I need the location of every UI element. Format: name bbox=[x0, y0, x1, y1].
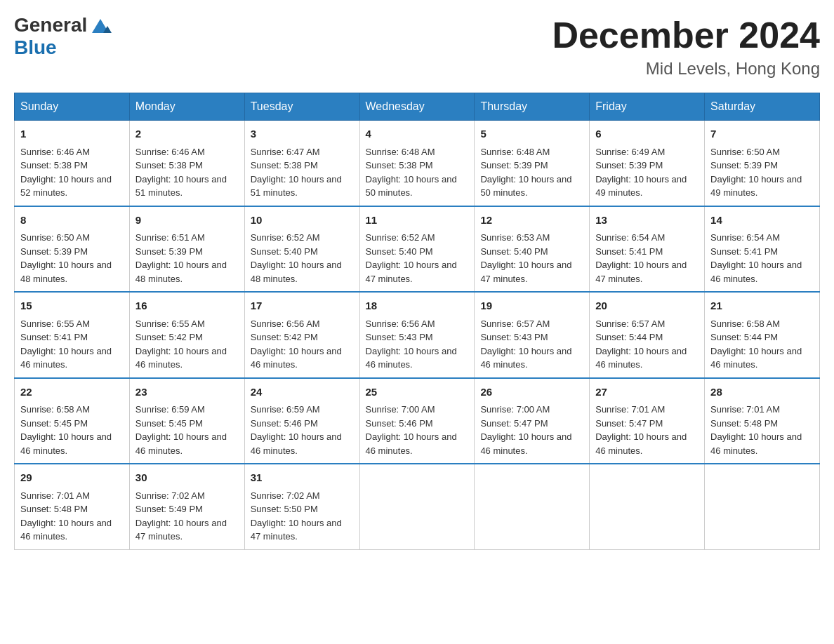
cell-content: 25 Sunrise: 7:00 AM Sunset: 5:46 PM Dayl… bbox=[366, 384, 469, 458]
cell-content: 22 Sunrise: 6:58 AM Sunset: 5:45 PM Dayl… bbox=[20, 384, 124, 458]
cell-content: 5 Sunrise: 6:48 AM Sunset: 5:39 PM Dayli… bbox=[480, 126, 583, 200]
calendar-week-row: 1 Sunrise: 6:46 AM Sunset: 5:38 PM Dayli… bbox=[15, 121, 820, 206]
calendar-cell: 6 Sunrise: 6:49 AM Sunset: 5:39 PM Dayli… bbox=[590, 121, 705, 206]
calendar-cell: 28 Sunrise: 7:01 AM Sunset: 5:48 PM Dayl… bbox=[705, 378, 820, 464]
sunset-label: Sunset: 5:42 PM bbox=[251, 332, 318, 342]
sunset-label: Sunset: 5:39 PM bbox=[135, 246, 203, 257]
cell-content: 24 Sunrise: 6:59 AM Sunset: 5:46 PM Dayl… bbox=[251, 384, 354, 458]
day-number: 20 bbox=[595, 298, 699, 314]
day-number: 6 bbox=[595, 126, 699, 142]
logo-icon bbox=[89, 13, 112, 36]
sunrise-label: Sunrise: 7:00 AM bbox=[480, 404, 550, 415]
day-number: 23 bbox=[135, 384, 239, 401]
day-number: 11 bbox=[366, 213, 469, 229]
cell-content: 19 Sunrise: 6:57 AM Sunset: 5:43 PM Dayl… bbox=[480, 298, 583, 372]
sunset-label: Sunset: 5:41 PM bbox=[20, 332, 88, 342]
cell-content: 23 Sunrise: 6:59 AM Sunset: 5:45 PM Dayl… bbox=[135, 384, 239, 458]
daylight-label: Daylight: 10 hours and 46 minutes. bbox=[251, 431, 342, 456]
cell-content: 31 Sunrise: 7:02 AM Sunset: 5:50 PM Dayl… bbox=[251, 470, 354, 544]
sunset-label: Sunset: 5:46 PM bbox=[366, 418, 433, 429]
sunset-label: Sunset: 5:43 PM bbox=[480, 332, 548, 342]
sunrise-label: Sunrise: 6:54 AM bbox=[595, 232, 665, 243]
cell-content: 7 Sunrise: 6:50 AM Sunset: 5:39 PM Dayli… bbox=[710, 126, 814, 200]
calendar-cell bbox=[359, 464, 475, 549]
weekday-header-row: SundayMondayTuesdayWednesdayThursdayFrid… bbox=[15, 93, 820, 121]
cell-content: 27 Sunrise: 7:01 AM Sunset: 5:47 PM Dayl… bbox=[595, 384, 699, 458]
calendar-cell: 2 Sunrise: 6:46 AM Sunset: 5:38 PM Dayli… bbox=[129, 121, 244, 206]
daylight-label: Daylight: 10 hours and 46 minutes. bbox=[366, 431, 457, 456]
cell-content: 12 Sunrise: 6:53 AM Sunset: 5:40 PM Dayl… bbox=[480, 213, 583, 286]
logo-general-text: General bbox=[14, 14, 87, 36]
calendar-cell: 21 Sunrise: 6:58 AM Sunset: 5:44 PM Dayl… bbox=[705, 292, 820, 378]
calendar-cell: 10 Sunrise: 6:52 AM Sunset: 5:40 PM Dayl… bbox=[244, 206, 359, 293]
cell-content: 8 Sunrise: 6:50 AM Sunset: 5:39 PM Dayli… bbox=[20, 213, 124, 286]
sunset-label: Sunset: 5:46 PM bbox=[251, 418, 318, 429]
daylight-label: Daylight: 10 hours and 52 minutes. bbox=[20, 174, 112, 199]
calendar-cell: 27 Sunrise: 7:01 AM Sunset: 5:47 PM Dayl… bbox=[590, 378, 705, 464]
cell-content: 13 Sunrise: 6:54 AM Sunset: 5:41 PM Dayl… bbox=[595, 213, 699, 286]
sunset-label: Sunset: 5:38 PM bbox=[251, 160, 318, 170]
day-number: 25 bbox=[366, 384, 469, 401]
sunrise-label: Sunrise: 6:50 AM bbox=[710, 147, 780, 157]
logo: General Blue bbox=[14, 14, 112, 59]
calendar-week-row: 8 Sunrise: 6:50 AM Sunset: 5:39 PM Dayli… bbox=[15, 206, 820, 293]
sunset-label: Sunset: 5:48 PM bbox=[20, 504, 88, 514]
weekday-header-monday: Monday bbox=[129, 93, 244, 121]
sunset-label: Sunset: 5:42 PM bbox=[135, 332, 203, 342]
cell-content: 26 Sunrise: 7:00 AM Sunset: 5:47 PM Dayl… bbox=[480, 384, 583, 458]
calendar-cell: 22 Sunrise: 6:58 AM Sunset: 5:45 PM Dayl… bbox=[15, 378, 130, 464]
calendar-cell: 31 Sunrise: 7:02 AM Sunset: 5:50 PM Dayl… bbox=[244, 464, 359, 549]
calendar-cell: 8 Sunrise: 6:50 AM Sunset: 5:39 PM Dayli… bbox=[15, 206, 130, 293]
cell-content: 28 Sunrise: 7:01 AM Sunset: 5:48 PM Dayl… bbox=[710, 384, 814, 458]
day-number: 17 bbox=[251, 298, 354, 314]
daylight-label: Daylight: 10 hours and 46 minutes. bbox=[20, 518, 112, 542]
calendar-cell: 19 Sunrise: 6:57 AM Sunset: 5:43 PM Dayl… bbox=[475, 292, 590, 378]
daylight-label: Daylight: 10 hours and 47 minutes. bbox=[135, 518, 227, 542]
daylight-label: Daylight: 10 hours and 49 minutes. bbox=[595, 174, 687, 199]
weekday-header-friday: Friday bbox=[590, 93, 705, 121]
sunrise-label: Sunrise: 6:48 AM bbox=[366, 147, 435, 157]
day-number: 12 bbox=[480, 213, 583, 229]
day-number: 16 bbox=[135, 298, 239, 314]
daylight-label: Daylight: 10 hours and 46 minutes. bbox=[20, 431, 112, 456]
day-number: 3 bbox=[251, 126, 354, 142]
day-number: 31 bbox=[251, 470, 354, 486]
daylight-label: Daylight: 10 hours and 46 minutes. bbox=[710, 431, 802, 456]
calendar-cell: 7 Sunrise: 6:50 AM Sunset: 5:39 PM Dayli… bbox=[705, 121, 820, 206]
sunrise-label: Sunrise: 6:54 AM bbox=[710, 232, 780, 243]
day-number: 2 bbox=[135, 126, 239, 142]
daylight-label: Daylight: 10 hours and 46 minutes. bbox=[480, 346, 571, 370]
sunrise-label: Sunrise: 6:59 AM bbox=[251, 404, 320, 415]
weekday-header-wednesday: Wednesday bbox=[359, 93, 475, 121]
sunset-label: Sunset: 5:38 PM bbox=[20, 160, 88, 170]
sunrise-label: Sunrise: 6:48 AM bbox=[480, 147, 550, 157]
daylight-label: Daylight: 10 hours and 46 minutes. bbox=[366, 346, 457, 370]
sunrise-label: Sunrise: 6:56 AM bbox=[366, 318, 435, 329]
sunrise-label: Sunrise: 7:01 AM bbox=[20, 490, 90, 501]
cell-content: 16 Sunrise: 6:55 AM Sunset: 5:42 PM Dayl… bbox=[135, 298, 239, 372]
sunrise-label: Sunrise: 6:46 AM bbox=[20, 147, 90, 157]
sunrise-label: Sunrise: 7:00 AM bbox=[366, 404, 435, 415]
daylight-label: Daylight: 10 hours and 46 minutes. bbox=[710, 260, 802, 284]
weekday-header-tuesday: Tuesday bbox=[244, 93, 359, 121]
calendar-cell: 17 Sunrise: 6:56 AM Sunset: 5:42 PM Dayl… bbox=[244, 292, 359, 378]
sunrise-label: Sunrise: 6:57 AM bbox=[480, 318, 550, 329]
cell-content: 1 Sunrise: 6:46 AM Sunset: 5:38 PM Dayli… bbox=[20, 126, 124, 200]
sunrise-label: Sunrise: 6:47 AM bbox=[251, 147, 320, 157]
calendar-cell: 24 Sunrise: 6:59 AM Sunset: 5:46 PM Dayl… bbox=[244, 378, 359, 464]
sunrise-label: Sunrise: 6:58 AM bbox=[710, 318, 780, 329]
sunrise-label: Sunrise: 6:53 AM bbox=[480, 232, 550, 243]
cell-content: 3 Sunrise: 6:47 AM Sunset: 5:38 PM Dayli… bbox=[251, 126, 354, 200]
calendar-cell: 14 Sunrise: 6:54 AM Sunset: 5:41 PM Dayl… bbox=[705, 206, 820, 293]
sunrise-label: Sunrise: 6:58 AM bbox=[20, 404, 90, 415]
sunrise-label: Sunrise: 6:55 AM bbox=[20, 318, 90, 329]
daylight-label: Daylight: 10 hours and 46 minutes. bbox=[595, 431, 687, 456]
sunset-label: Sunset: 5:41 PM bbox=[710, 246, 778, 257]
sunset-label: Sunset: 5:45 PM bbox=[135, 418, 203, 429]
daylight-label: Daylight: 10 hours and 51 minutes. bbox=[251, 174, 342, 199]
daylight-label: Daylight: 10 hours and 46 minutes. bbox=[480, 431, 571, 456]
sunrise-label: Sunrise: 6:46 AM bbox=[135, 147, 205, 157]
calendar-cell: 5 Sunrise: 6:48 AM Sunset: 5:39 PM Dayli… bbox=[475, 121, 590, 206]
sunset-label: Sunset: 5:39 PM bbox=[710, 160, 778, 170]
calendar-cell: 16 Sunrise: 6:55 AM Sunset: 5:42 PM Dayl… bbox=[129, 292, 244, 378]
